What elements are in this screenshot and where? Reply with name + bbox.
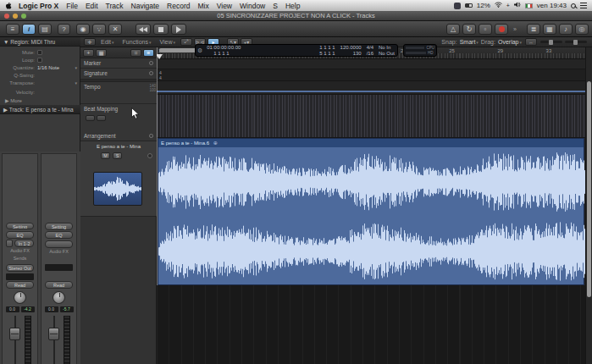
input-format-button[interactable] [6,240,13,247]
menu-file[interactable]: File [66,2,78,10]
track-solo-button[interactable]: S [113,152,122,159]
global-track-marker[interactable]: Marker [80,58,157,69]
toolbar-toggle-button[interactable]: ≡ [6,24,19,35]
loop-browser-button[interactable]: ♪ [559,24,573,35]
automation-mode-button[interactable]: Read [6,281,34,289]
audio-region[interactable]: E penso a te - Mina.6 ⊕ [158,138,584,285]
duplicate-track-button[interactable]: ▦ [96,49,107,57]
volume-value[interactable]: -4.2 [21,306,35,312]
playhead-line[interactable] [157,47,158,285]
track-header[interactable]: E penso a te - Mina M S [80,141,157,217]
global-tracks-toggle-button[interactable]: ≡ [143,49,154,57]
fader-cap[interactable] [9,328,20,340]
transpose-stepper-icon[interactable]: ▾ [75,80,77,85]
region-header[interactable]: E penso a te - Mina.6 ⊕ [158,139,584,147]
functions-menu-button[interactable]: Functions▾ [123,39,152,45]
menu-mix[interactable]: Mix [198,2,209,10]
pan-value[interactable]: 0.0 [45,306,58,312]
volume-icon[interactable] [514,2,521,9]
vertical-scrollbar[interactable] [585,47,592,364]
arrangement-detail-dot[interactable] [149,134,153,138]
input-slot-button[interactable]: In 1-2 [14,240,34,247]
tempo-lane[interactable] [157,81,585,95]
setting-button[interactable]: Setting [6,223,34,230]
group-slot[interactable] [6,273,34,280]
loop-checkbox[interactable] [37,58,42,63]
add-track-button[interactable]: + [83,49,94,57]
menu-view[interactable]: View [217,2,232,10]
window-title-bar[interactable]: 05 SINCRONIZZARE PROJECT NON A CLICK - T… [0,11,592,21]
autopunch-button[interactable]: ▫ [479,24,492,35]
pan-knob[interactable] [14,291,26,304]
cycle-button[interactable]: ↻ [462,24,476,35]
drag-mode-button[interactable]: ✛ [84,38,96,46]
region-inspector-header[interactable]: ▼ Region: MIDI Thru [0,37,80,47]
mixer-button[interactable]: ◉ [76,24,90,35]
flex-button[interactable]: ✕ [108,24,122,35]
quick-help-button[interactable]: ? [58,24,70,35]
horizontal-zoom-slider[interactable] [540,41,562,43]
smart-controls-button[interactable]: ▤ [38,24,52,35]
metronome-button[interactable]: △ [446,24,460,35]
region-param-quantize[interactable]: Quantize:1/16 Note▾ [0,63,80,71]
lcd-display[interactable]: ⚙ 01:00:00:00.00 1 1 1 1 1 1 1 1 5 1 1 1… [195,44,398,57]
volume-fader[interactable] [5,316,35,364]
vertical-zoom-slider[interactable] [565,41,587,43]
media-browser-button[interactable]: ▦ [543,24,556,35]
beat-mapping-lane[interactable] [157,95,585,138]
track-mute-button[interactable]: M [101,152,110,159]
sends-label[interactable]: Sends [3,256,37,262]
menu-track[interactable]: Track [106,2,124,10]
region-param-transpose[interactable]: Transpose:▾ [0,79,80,86]
fader-cap[interactable] [48,328,59,340]
quantize-stepper-icon[interactable]: ▾ [75,65,77,70]
drag-select[interactable]: Overlap▾ [498,39,522,45]
lcd-midi-io[interactable]: No In No Out [376,45,397,56]
region-param-qswing[interactable]: Q-Swing: [0,71,80,79]
stop-button[interactable] [153,24,169,35]
volume-fader[interactable] [44,316,74,364]
signature-lane[interactable]: 44 [157,69,585,81]
menu-navigate[interactable]: Navigate [131,2,160,10]
eq-button[interactable]: EQ [6,231,34,239]
mute-checkbox[interactable] [37,50,42,55]
lcd-signature[interactable]: 4/4 /16 [364,45,376,56]
menu-edit[interactable]: Edit [86,2,98,10]
global-track-beat-mapping[interactable]: Beat Mapping [80,104,157,132]
audio-fx-label[interactable]: Audio FX [41,249,76,256]
marker-lane[interactable] [157,59,585,69]
lcd-tempo[interactable]: 120.0000 130 [338,45,364,56]
menu-app[interactable]: Logic Pro X [19,2,58,10]
menu-help[interactable]: Help [285,2,300,10]
browsers-button[interactable]: ◎ [575,24,589,35]
global-track-tempo[interactable]: Tempo 140 100 [80,82,157,104]
empty-track-space[interactable] [157,285,585,364]
track-name[interactable]: E penso a te - Mina [80,144,157,149]
notification-center-icon[interactable] [580,3,587,8]
control-bar-overflow-chevron[interactable]: » [513,26,517,32]
menu-script[interactable]: S [273,2,278,10]
apple-menu-icon[interactable] [5,2,12,9]
menu-extra-app-icon[interactable] [454,3,461,9]
region-loop-icon[interactable]: ⊕ [213,141,218,146]
region-more-disclosure[interactable]: ▶ More [0,97,80,104]
global-tracks-config-button[interactable]: ⌗ [130,49,141,57]
track-inspector-header[interactable]: ▶ Track: E penso a te - Mina [0,105,80,114]
automation-mode-button[interactable]: Read [45,281,73,289]
scrollbar-thumb[interactable] [587,81,591,297]
zoom-tool-button[interactable]: ⤢ [180,38,192,46]
menu-clock[interactable]: ven 19:43 [537,2,567,9]
volume-value[interactable]: -5.7 [60,306,74,312]
lcd-settings-icon[interactable]: ⚙ [196,47,204,53]
output-format-button[interactable] [45,240,73,248]
view-menu-button[interactable]: View▾ [159,39,175,45]
marker-detail-dot[interactable] [149,61,153,65]
editors-button[interactable]: 'ᵥ' [92,24,106,35]
region-param-loop[interactable]: Loop: [0,56,80,63]
battery-icon[interactable] [465,3,473,8]
battery-percent[interactable]: 12% [477,2,490,9]
horizontal-auto-zoom-button[interactable]: ↔ [525,38,537,46]
wifi-icon[interactable] [495,2,502,9]
global-track-signature[interactable]: Signature [80,69,157,80]
pan-knob[interactable] [53,291,65,304]
